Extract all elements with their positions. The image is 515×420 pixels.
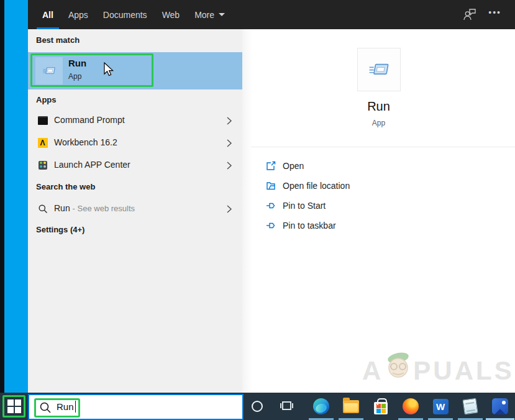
pin-icon bbox=[266, 201, 276, 211]
search-icon bbox=[37, 203, 48, 214]
tab-all-label: All bbox=[42, 10, 53, 20]
action-label: Open bbox=[283, 161, 304, 171]
notepad-icon bbox=[462, 398, 478, 415]
query-text: Run bbox=[54, 203, 70, 213]
web-search-query: Run - See web results bbox=[54, 203, 135, 213]
result-label: Command Prompt bbox=[54, 115, 125, 125]
search-flyout: All Apps Documents Web More ••• Best mat… bbox=[28, 0, 515, 393]
edge-icon bbox=[313, 398, 329, 414]
chevron-right-icon[interactable] bbox=[227, 139, 232, 150]
mouse-cursor bbox=[104, 62, 114, 80]
firefox-button[interactable] bbox=[396, 393, 426, 420]
action-pin-to-start[interactable]: Pin to Start bbox=[242, 196, 515, 216]
task-view-button[interactable] bbox=[272, 393, 302, 420]
tab-more[interactable]: More bbox=[194, 0, 225, 29]
best-match-title: Run bbox=[68, 58, 86, 68]
detail-app-name: Run bbox=[242, 99, 515, 114]
best-match-header: Best match bbox=[36, 35, 80, 45]
search-input-value: Run bbox=[57, 401, 74, 412]
text-caret bbox=[75, 401, 76, 413]
tab-apps-label: Apps bbox=[68, 10, 88, 20]
detail-app-type: App bbox=[242, 119, 515, 127]
edge-button[interactable] bbox=[306, 393, 336, 420]
chevron-right-icon[interactable] bbox=[227, 161, 232, 172]
search-web-header: Search the web bbox=[36, 182, 95, 191]
taskbar: Run W bbox=[0, 393, 515, 420]
more-options-icon[interactable]: ••• bbox=[488, 7, 501, 17]
file-explorer-icon bbox=[343, 400, 359, 413]
windows-logo-icon bbox=[7, 399, 21, 413]
result-workbench[interactable]: Λ Workbench 16.2 bbox=[28, 132, 242, 152]
search-icon bbox=[39, 401, 52, 416]
word-icon: W bbox=[433, 399, 449, 414]
settings-header: Settings (4+) bbox=[36, 225, 84, 234]
action-label: Pin to Start bbox=[283, 201, 326, 211]
search-filter-bar: All Apps Documents Web More ••• bbox=[28, 0, 515, 29]
action-label: Pin to taskbar bbox=[283, 221, 336, 231]
divider bbox=[251, 147, 515, 147]
tab-web-label: Web bbox=[162, 10, 180, 20]
microsoft-store-button[interactable] bbox=[366, 393, 396, 420]
desktop-left-edge bbox=[0, 0, 4, 393]
best-match-type: App bbox=[68, 72, 81, 81]
taskbar-search-box[interactable]: Run bbox=[28, 394, 244, 420]
run-app-icon bbox=[35, 57, 63, 84]
tab-apps[interactable]: Apps bbox=[68, 0, 88, 29]
start-button[interactable] bbox=[0, 393, 28, 420]
file-explorer-button[interactable] bbox=[336, 393, 366, 420]
detail-panel: Run App Open Open file location bbox=[242, 29, 515, 393]
action-open[interactable]: Open bbox=[242, 156, 515, 176]
microsoft-store-icon bbox=[374, 402, 388, 414]
task-view-icon bbox=[280, 400, 294, 413]
action-open-file-location[interactable]: Open file location bbox=[242, 176, 515, 196]
photos-button[interactable] bbox=[485, 393, 515, 420]
result-web-search[interactable]: Run - See web results bbox=[28, 198, 242, 218]
web-search-suffix: - See web results bbox=[73, 204, 135, 213]
photos-icon bbox=[492, 398, 508, 414]
chevron-down-icon bbox=[219, 13, 225, 16]
result-label: Launch APP Center bbox=[54, 160, 130, 170]
cortana-button[interactable] bbox=[242, 393, 272, 420]
result-label: Workbench 16.2 bbox=[54, 137, 117, 147]
tab-more-label: More bbox=[194, 10, 214, 20]
tab-documents-label: Documents bbox=[103, 10, 147, 20]
pin-icon bbox=[266, 221, 276, 231]
firefox-icon bbox=[403, 398, 419, 414]
app-center-icon bbox=[37, 160, 48, 170]
chevron-right-icon[interactable] bbox=[227, 204, 232, 216]
tab-all[interactable]: All bbox=[42, 0, 53, 29]
tab-documents[interactable]: Documents bbox=[103, 0, 147, 29]
tab-web[interactable]: Web bbox=[162, 0, 180, 29]
results-list: Best match Run App Apps bbox=[28, 29, 242, 393]
word-button[interactable]: W bbox=[426, 393, 455, 420]
chevron-right-icon[interactable] bbox=[227, 116, 232, 127]
workbench-icon: Λ bbox=[37, 137, 48, 148]
filter-tabs: All Apps Documents Web More bbox=[42, 0, 225, 29]
open-icon bbox=[266, 161, 276, 171]
notepad-button[interactable] bbox=[455, 393, 485, 420]
action-label: Open file location bbox=[283, 181, 350, 191]
run-app-icon-large bbox=[357, 48, 401, 91]
command-prompt-icon bbox=[37, 115, 48, 126]
feedback-icon[interactable] bbox=[463, 8, 476, 23]
apps-header: Apps bbox=[36, 95, 57, 104]
action-pin-to-taskbar[interactable]: Pin to taskbar bbox=[242, 216, 515, 235]
result-launch-app-center[interactable]: Launch APP Center bbox=[28, 155, 242, 175]
result-command-prompt[interactable]: Command Prompt bbox=[28, 110, 242, 130]
cortana-icon bbox=[252, 401, 263, 412]
folder-icon bbox=[266, 181, 276, 191]
best-match-run-item[interactable]: Run App bbox=[28, 52, 242, 89]
